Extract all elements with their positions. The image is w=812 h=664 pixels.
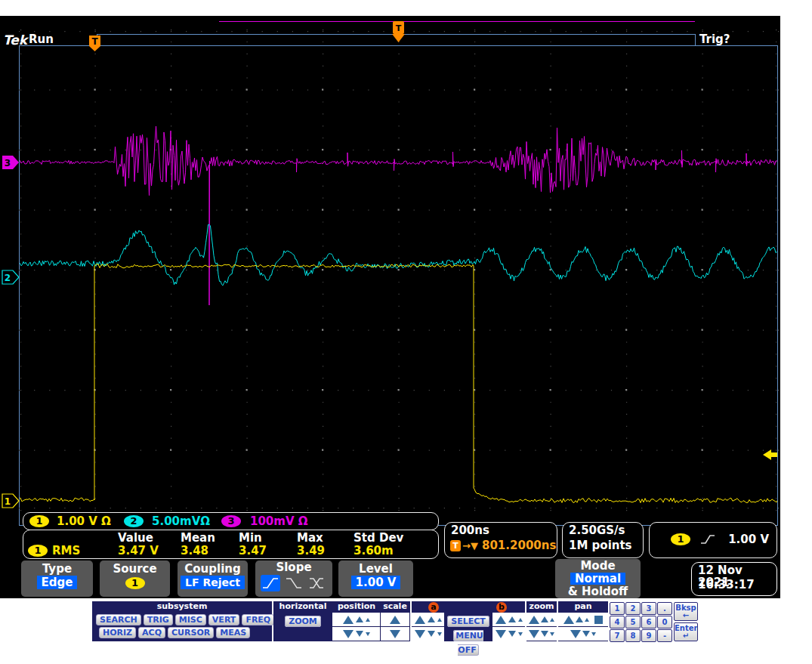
pan-fine-up-arrow[interactable] xyxy=(585,618,589,622)
a-medium-down-arrow[interactable] xyxy=(428,631,435,637)
trigger-coupling-button[interactable]: Coupling LF Reject xyxy=(178,561,248,597)
pan-medium-up-arrow[interactable] xyxy=(576,616,583,622)
trigger-mode-button[interactable]: Mode Normal & Holdoff xyxy=(555,559,641,598)
h-position-medium-up-arrow[interactable] xyxy=(356,616,363,622)
pan-title: pan xyxy=(558,601,608,613)
enter-key[interactable]: Enter ↵ xyxy=(674,622,698,641)
channel-readout-bar: 1 1.00 V Ω 2 5.00mVΩ 3 100mV Ω xyxy=(23,512,439,530)
key-2[interactable]: 2 xyxy=(625,602,641,615)
b-coarse-up-arrow[interactable] xyxy=(496,616,506,624)
b-fine-down-arrow[interactable] xyxy=(518,632,523,636)
trigger-coupling-value: LF Reject xyxy=(181,576,245,589)
b-medium-down-arrow[interactable] xyxy=(508,631,516,637)
remote-control-panel: subsystem SEARCH TRIG MISC VERT FREQ HOR… xyxy=(92,601,694,641)
ch3-scale-readout: 100mV Ω xyxy=(250,515,308,527)
zoom-coarse-down-arrow[interactable] xyxy=(529,630,539,638)
freq-button[interactable]: FREQ xyxy=(242,614,274,625)
ch3-badge: 3 xyxy=(221,515,241,527)
zoom-fine-up-arrow[interactable] xyxy=(550,618,554,622)
meas-stddev: 3.60m xyxy=(354,545,394,557)
acquisition-status: Run xyxy=(29,33,54,45)
trigger-source-button[interactable]: Source 1 xyxy=(100,561,170,597)
bksp-key[interactable]: Bksp ← xyxy=(674,602,698,621)
key-7[interactable]: 7 xyxy=(610,629,625,642)
select-button[interactable]: SELECT xyxy=(447,616,489,627)
pan-medium-down-arrow[interactable] xyxy=(582,631,590,637)
timebase-scale: 200ns xyxy=(451,524,489,536)
trigger-mode-label: Mode xyxy=(555,559,641,572)
top-status-bar xyxy=(97,34,696,46)
meas-value: 3.47 V xyxy=(118,545,159,557)
trig-button[interactable]: TRIG xyxy=(144,614,173,625)
meas-header-stddev: Std Dev xyxy=(354,532,403,544)
key-6[interactable]: 6 xyxy=(641,616,656,628)
delay-arrows-icon: →▼ xyxy=(462,540,478,552)
a-medium-up-arrow[interactable] xyxy=(428,616,435,622)
slope-rising-icon[interactable] xyxy=(261,575,280,591)
zoom-fine-down-arrow[interactable] xyxy=(550,632,554,636)
key-0[interactable]: 0 xyxy=(657,616,672,628)
trigger-status: Trig? xyxy=(699,33,730,45)
pan-fine-down-arrow[interactable] xyxy=(591,632,596,636)
h-position-coarse-down-arrow[interactable] xyxy=(343,630,354,638)
h-scale-up-arrow[interactable] xyxy=(390,616,400,624)
menu-off-button[interactable]: MENU OFF xyxy=(453,630,483,656)
key-1[interactable]: 1 xyxy=(610,602,625,615)
misc-button[interactable]: MISC xyxy=(175,614,206,625)
scale-title: scale xyxy=(381,601,409,613)
key-3[interactable]: 3 xyxy=(641,602,656,615)
a-fine-down-arrow[interactable] xyxy=(437,632,442,636)
horiz-button[interactable]: HORIZ xyxy=(99,627,136,638)
key-minus[interactable]: - xyxy=(657,629,672,642)
meas-header-value: Value xyxy=(118,532,153,544)
h-position-medium-down-arrow[interactable] xyxy=(356,631,363,637)
zoom-title: zoom xyxy=(526,601,557,613)
horizontal-zoom-button[interactable]: ZOOM xyxy=(285,616,321,627)
trigger-mode-value: Normal xyxy=(570,573,625,585)
zoom-medium-up-arrow[interactable] xyxy=(541,616,548,622)
a-coarse-up-arrow[interactable] xyxy=(415,616,425,624)
vert-button[interactable]: VERT xyxy=(208,614,240,625)
b-coarse-down-arrow[interactable] xyxy=(496,630,506,638)
key-8[interactable]: 8 xyxy=(625,629,641,642)
timebase-box: 200ns T →▼ 801.2000ns xyxy=(444,522,557,558)
horizontal-title: horizontal xyxy=(273,601,332,613)
acq-button[interactable]: ACQ xyxy=(138,627,165,638)
escope-remote-ui: Tek Run Trig? 321TT 1 1.00 V Ω 2 5.00mVΩ… xyxy=(0,0,812,664)
trigger-level-button[interactable]: Level 1.00 V xyxy=(338,561,413,597)
zoom-medium-down-arrow[interactable] xyxy=(541,631,548,637)
zoom-coarse-up-arrow[interactable] xyxy=(529,616,539,624)
a-coarse-down-arrow[interactable] xyxy=(415,630,425,638)
cursor-button[interactable]: CURSOR xyxy=(168,627,214,638)
slope-falling-icon[interactable] xyxy=(284,575,304,591)
pan-coarse-up-arrow[interactable] xyxy=(563,616,574,624)
key-4[interactable]: 4 xyxy=(610,616,625,628)
trigger-type-button[interactable]: Type Edge xyxy=(21,561,93,597)
trigger-t-icon: T xyxy=(450,540,461,551)
h-position-coarse-up-arrow[interactable] xyxy=(343,616,354,624)
trigger-readout-box: 1 1.00 V xyxy=(649,522,777,558)
h-position-fine-up-arrow[interactable] xyxy=(366,618,370,622)
b-medium-up-arrow[interactable] xyxy=(508,616,516,622)
meas-button[interactable]: MEAS xyxy=(216,627,250,638)
h-position-fine-down-arrow[interactable] xyxy=(366,632,370,636)
meas-name: RMS xyxy=(52,545,80,557)
b-fine-up-arrow[interactable] xyxy=(518,618,523,622)
key-dot[interactable]: . xyxy=(657,602,672,615)
a-fine-up-arrow[interactable] xyxy=(437,618,442,622)
pan-stop-icon[interactable] xyxy=(594,616,603,624)
trigger-level-value: 1.00 V xyxy=(351,576,401,589)
key-5[interactable]: 5 xyxy=(625,616,641,628)
graticule xyxy=(19,45,778,526)
key-9[interactable]: 9 xyxy=(641,629,656,642)
ch1-badge: 1 xyxy=(29,515,49,527)
slope-either-icon[interactable] xyxy=(307,575,327,591)
trigger-slope-label: Slope xyxy=(255,561,332,574)
search-button[interactable]: SEARCH xyxy=(96,614,141,625)
pan-coarse-down-arrow[interactable] xyxy=(570,630,581,638)
trigger-coupling-label: Coupling xyxy=(178,561,248,576)
bksp-arrow-icon: ← xyxy=(675,612,697,619)
trigger-slope-button[interactable]: Slope xyxy=(255,561,332,597)
knob-b-icon: b xyxy=(496,602,507,613)
h-scale-down-arrow[interactable] xyxy=(390,630,400,638)
